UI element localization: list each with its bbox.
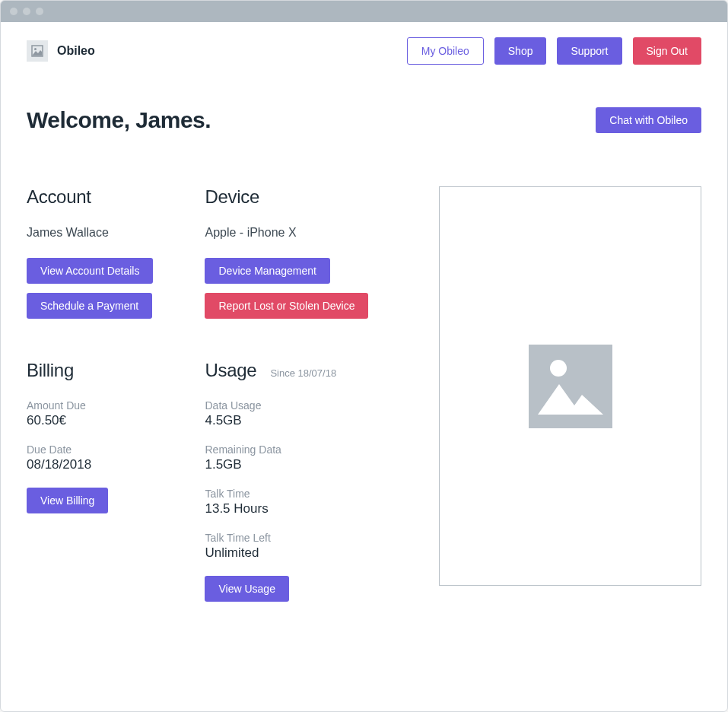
usage-heading: Usage — [205, 360, 256, 381]
image-icon — [31, 45, 43, 57]
top-navigation: Obileo My Obileo Shop Support Sign Out — [27, 37, 701, 65]
usage-since: Since 18/07/18 — [270, 367, 336, 379]
view-billing-button[interactable]: View Billing — [27, 488, 108, 513]
mountains-icon — [538, 377, 603, 415]
remaining-data-value: 1.5GB — [205, 457, 368, 472]
svg-point-1 — [34, 48, 37, 50]
window-control-maximize[interactable] — [36, 8, 43, 15]
remaining-data-label: Remaining Data — [205, 443, 368, 456]
dashboard-grid: Account James Wallace View Account Detai… — [27, 186, 701, 643]
column-left: Account James Wallace View Account Detai… — [27, 186, 153, 643]
talk-time-left-label: Talk Time Left — [205, 532, 368, 544]
amount-due-label: Amount Due — [27, 399, 153, 412]
data-usage-label: Data Usage — [205, 399, 368, 412]
device-section: Device Apple - iPhone X Device Managemen… — [205, 186, 368, 319]
device-management-button[interactable]: Device Management — [205, 258, 329, 284]
page-title: Welcome, James. — [27, 107, 211, 133]
column-right: Device Apple - iPhone X Device Managemen… — [205, 186, 368, 643]
device-model: Apple - iPhone X — [205, 226, 368, 240]
due-date-value: 08/18/2018 — [27, 457, 153, 472]
account-heading: Account — [27, 186, 153, 208]
brand[interactable]: Obileo — [27, 40, 95, 62]
dashboard-columns: Account James Wallace View Account Detai… — [27, 186, 409, 643]
nav-shop[interactable]: Shop — [494, 37, 547, 65]
window-control-minimize[interactable] — [23, 8, 30, 15]
account-section: Account James Wallace View Account Detai… — [27, 186, 153, 319]
device-heading: Device — [205, 186, 368, 208]
data-usage-value: 4.5GB — [205, 413, 368, 428]
view-account-details-button[interactable]: View Account Details — [27, 258, 153, 284]
brand-logo-icon — [27, 40, 48, 62]
amount-due-value: 60.50€ — [27, 413, 153, 428]
talk-time-value: 13.5 Hours — [205, 501, 368, 517]
billing-heading: Billing — [27, 360, 153, 381]
view-usage-button[interactable]: View Usage — [205, 576, 288, 602]
billing-section: Billing Amount Due 60.50€ Due Date 08/18… — [27, 360, 153, 513]
nav-buttons: My Obileo Shop Support Sign Out — [407, 37, 701, 65]
brand-name: Obileo — [57, 44, 95, 58]
image-placeholder-icon — [529, 345, 612, 428]
nav-my-obileo[interactable]: My Obileo — [407, 37, 484, 65]
device-image-panel — [439, 186, 701, 586]
window-titlebar — [1, 1, 727, 22]
nav-sign-out[interactable]: Sign Out — [633, 37, 701, 65]
talk-time-left-value: Unlimited — [205, 545, 368, 561]
report-lost-device-button[interactable]: Report Lost or Stolen Device — [205, 293, 368, 319]
app-window: Obileo My Obileo Shop Support Sign Out W… — [0, 0, 728, 712]
nav-support[interactable]: Support — [557, 37, 622, 65]
account-holder-name: James Wallace — [27, 226, 153, 240]
welcome-row: Welcome, James. Chat with Obileo — [27, 107, 701, 133]
chat-button[interactable]: Chat with Obileo — [596, 107, 701, 133]
page-content: Obileo My Obileo Shop Support Sign Out W… — [1, 22, 727, 666]
usage-section: Usage Since 18/07/18 Data Usage 4.5GB Re… — [205, 360, 368, 602]
due-date-label: Due Date — [27, 443, 153, 456]
schedule-payment-button[interactable]: Schedule a Payment — [27, 293, 152, 319]
window-control-close[interactable] — [10, 8, 17, 15]
talk-time-label: Talk Time — [205, 488, 368, 500]
